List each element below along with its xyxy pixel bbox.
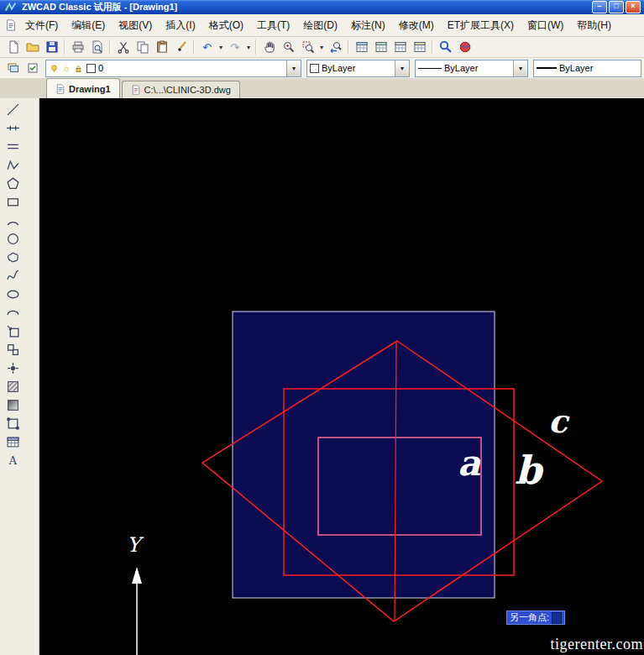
table-icon [374, 40, 388, 54]
color-dropdown-arrow[interactable]: ▾ [395, 60, 409, 76]
paste-button[interactable] [152, 39, 171, 56]
plot-button[interactable] [68, 39, 87, 56]
save-button[interactable] [42, 39, 61, 56]
spline-tool-button[interactable] [3, 266, 23, 285]
open-folder-icon [26, 40, 39, 54]
menu-modify[interactable]: 修改(M) [392, 16, 441, 35]
undo-dropdown-arrow[interactable]: ▾ [217, 44, 225, 51]
zoom-previous-button[interactable] [326, 39, 345, 56]
pan-button[interactable] [259, 39, 279, 56]
insert-block-tool-button[interactable] [3, 322, 23, 340]
tab-label: C:\...\CLINIC-3D.dwg [144, 85, 231, 95]
layer-color-swatch [86, 64, 96, 73]
table-tool-button[interactable] [3, 432, 23, 451]
menu-window[interactable]: 窗口(W) [521, 16, 570, 35]
cut-button[interactable] [113, 39, 133, 56]
zoom-dropdown-arrow[interactable]: ▾ [317, 44, 326, 51]
drawing-file-icon [131, 85, 141, 95]
arc-tool-button[interactable] [3, 211, 23, 229]
region-tool-button[interactable] [3, 414, 23, 432]
about-button[interactable] [455, 39, 474, 56]
tab-clinic-3d[interactable]: C:\...\CLINIC-3D.dwg [122, 81, 240, 98]
make-block-tool-button[interactable] [3, 340, 23, 359]
table-icon [413, 40, 427, 54]
menu-format[interactable]: 格式(O) [202, 16, 250, 35]
copy-button[interactable] [133, 39, 152, 56]
table-style-button-2[interactable] [371, 39, 390, 56]
table-style-button-4[interactable] [410, 39, 429, 56]
current-layer-value: 0 [98, 63, 103, 73]
menu-help[interactable]: 帮助(H) [570, 16, 618, 35]
polygon-tool-button[interactable] [3, 174, 23, 192]
redo-button[interactable]: ↷ [225, 39, 244, 56]
redo-arrow-icon: ↷ [230, 42, 239, 53]
multiline-icon [6, 139, 20, 154]
color-combo[interactable]: ByLayer ▾ [306, 60, 410, 77]
point-tool-button[interactable] [3, 359, 23, 377]
layer-combo[interactable]: ☼ 0 ▾ [45, 60, 301, 77]
multiline-tool-button[interactable] [3, 137, 23, 155]
zoom-realtime-button[interactable] [279, 39, 298, 56]
revision-cloud-tool-button[interactable] [3, 248, 23, 266]
table-style-button-3[interactable] [390, 39, 410, 56]
undo-button[interactable]: ↶ [197, 39, 217, 56]
standard-toolbar: ↶ ▾ ↷ ▾ ▾ [0, 37, 644, 58]
menu-file[interactable]: 文件(F) [18, 16, 65, 35]
mtext-icon: A [6, 453, 20, 468]
polyline-tool-button[interactable] [3, 155, 23, 174]
toolbar-separator [348, 39, 349, 55]
circle-tool-button[interactable] [3, 229, 23, 248]
gradient-icon [6, 398, 20, 412]
menu-edit[interactable]: 编辑(E) [65, 16, 112, 35]
linetype-dropdown-arrow[interactable]: ▾ [513, 60, 527, 76]
current-color-value: ByLayer [322, 63, 355, 73]
zoom-realtime-icon [282, 40, 296, 54]
menu-view[interactable]: 视图(V) [112, 16, 159, 35]
find-button[interactable] [436, 39, 455, 56]
revision-cloud-icon [6, 250, 20, 265]
layer-dropdown-arrow[interactable]: ▾ [286, 60, 301, 76]
zoom-window-button[interactable] [298, 39, 317, 56]
lineweight-combo[interactable]: ByLayer [533, 60, 641, 77]
print-preview-button[interactable] [87, 39, 107, 56]
blue-square-entity[interactable] [233, 312, 495, 598]
layers-icon [7, 61, 20, 75]
layer-on-bulb-icon [49, 63, 60, 74]
layer-states-button[interactable] [23, 60, 42, 77]
ellipse-tool-button[interactable] [3, 285, 23, 303]
watermark-text: tigerenter.com [551, 636, 643, 653]
paintbrush-icon [175, 40, 188, 54]
minimize-button[interactable]: – [592, 1, 607, 13]
menu-insert[interactable]: 插入(I) [159, 16, 202, 35]
menu-bar: 文件(F) 编辑(E) 视图(V) 插入(I) 格式(O) 工具(T) 绘图(D… [0, 14, 644, 37]
construction-line-tool-button[interactable] [3, 118, 23, 137]
new-button[interactable] [3, 39, 23, 56]
linetype-combo[interactable]: ByLayer ▾ [415, 60, 528, 77]
title-bar: ZWCAD Classic 试用版 - [Drawing1] – □ × [0, 0, 644, 14]
lineweight-sample [537, 67, 557, 69]
open-button[interactable] [23, 39, 42, 56]
hatch-icon [6, 380, 20, 394]
construction-line-icon [6, 121, 20, 135]
menu-express-tools[interactable]: ET扩展工具(X) [441, 16, 521, 35]
rectangle-tool-button[interactable] [3, 192, 23, 211]
prompt-input-field[interactable] [552, 612, 562, 624]
ellipse-arc-tool-button[interactable] [3, 303, 23, 322]
redo-dropdown-arrow[interactable]: ▾ [244, 44, 253, 51]
scissors-icon [117, 40, 130, 54]
gradient-tool-button[interactable] [3, 396, 23, 414]
hatch-tool-button[interactable] [3, 377, 23, 396]
drawing-canvas[interactable]: Y a b c 另一角点: tigerenter.com [39, 98, 644, 655]
close-button[interactable]: × [626, 1, 641, 13]
tab-drawing1[interactable]: Drawing1 [46, 78, 120, 98]
line-tool-button[interactable] [3, 100, 23, 118]
layer-properties-button[interactable] [3, 60, 23, 77]
menu-draw[interactable]: 绘图(D) [296, 16, 344, 35]
table-style-button-1[interactable] [352, 39, 371, 56]
zoom-previous-icon [329, 40, 343, 54]
match-properties-button[interactable] [171, 39, 191, 56]
menu-dimension[interactable]: 标注(N) [344, 16, 392, 35]
mtext-tool-button[interactable]: A [3, 451, 23, 469]
menu-tools[interactable]: 工具(T) [250, 16, 296, 35]
maximize-button[interactable]: □ [609, 1, 624, 13]
